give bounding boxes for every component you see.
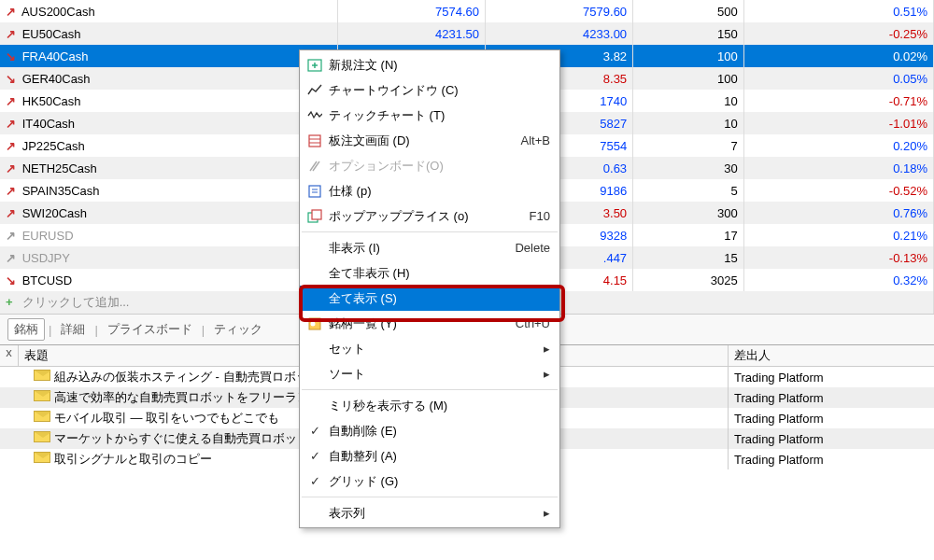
mail-icon (34, 431, 50, 442)
message-from: Trading Platform (729, 389, 934, 407)
message-subject: マーケットからすぐに使える自動売買ロボットと指 (54, 431, 333, 445)
tab-tick[interactable]: ティック (208, 319, 268, 340)
symbol-name: JP225Cash (22, 139, 85, 153)
ctx-item[interactable]: セット▸ (300, 336, 559, 361)
market-row[interactable]: ↗ AUS200Cash7574.607579.605000.51% (0, 0, 934, 22)
message-subject: 取引シグナルと取引のコピー (54, 452, 212, 466)
trend-arrow-icon: ↗ (6, 206, 19, 220)
size-cell: 500 (633, 0, 744, 22)
ctx-item[interactable]: ✓自動整列 (A) (300, 443, 559, 469)
ctx-item[interactable]: 表示列▸ (300, 500, 559, 525)
ctx-item[interactable]: 仕様 (p) (300, 178, 559, 203)
ctx-item[interactable]: 非表示 (I)Delete (300, 235, 559, 260)
neworder-icon (304, 58, 326, 73)
percent-cell: 0.32% (743, 269, 933, 291)
check-icon: ✓ (304, 424, 326, 438)
submenu-arrow-icon: ▸ (544, 342, 550, 356)
ctx-item[interactable]: ✓自動削除 (E) (300, 418, 559, 443)
ctx-item-label: ティックチャート (T) (326, 107, 550, 124)
svg-rect-8 (309, 186, 320, 197)
size-cell: 150 (633, 22, 744, 45)
symbol-name: FRA40Cash (22, 49, 89, 63)
size-cell: 100 (633, 67, 744, 90)
mail-icon (34, 370, 50, 381)
ctx-item-label: 自動整列 (A) (326, 448, 550, 465)
add-symbol-link[interactable]: クリックして追加... (22, 295, 130, 309)
trend-arrow-icon: ↘ (6, 72, 19, 86)
percent-cell: 0.20% (743, 134, 933, 157)
ctx-item[interactable]: ポップアッププライス (o)F10 (300, 203, 559, 229)
mail-icon (34, 390, 50, 401)
chart-icon (304, 83, 326, 98)
tab-details[interactable]: 詳細 (55, 319, 91, 340)
ctx-item[interactable]: 全て表示 (S) (300, 286, 559, 311)
tab-priceboard[interactable]: プライスボード (102, 319, 198, 340)
percent-cell: 0.02% (743, 45, 933, 67)
symbol-name: HK50Cash (22, 94, 81, 108)
size-cell: 30 (633, 157, 744, 179)
symbol-name: AUS200Cash (21, 5, 95, 19)
ctx-item-label: オプションボード(O) (326, 158, 550, 175)
trend-arrow-icon: ↗ (6, 117, 19, 131)
bid-cell: 4231.50 (337, 22, 485, 45)
percent-cell: -0.71% (743, 90, 933, 112)
messages-close[interactable]: x (0, 345, 19, 366)
percent-cell: 0.18% (743, 157, 933, 179)
ctx-item[interactable]: ティックチャート (T) (300, 103, 559, 128)
ctx-item-label: ポップアッププライス (o) (326, 208, 530, 225)
submenu-arrow-icon: ▸ (544, 367, 550, 381)
ctx-item-label: 表示列 (326, 505, 544, 522)
symbol-name: BTCUSD (22, 273, 72, 287)
message-from: Trading Platform (729, 430, 934, 448)
ctx-shortcut: Alt+B (521, 133, 550, 147)
check-icon: ✓ (304, 474, 326, 488)
size-cell: 15 (633, 246, 744, 269)
ctx-item[interactable]: 銘柄一覧 (Y)Ctrl+U (300, 311, 559, 336)
ctx-shortcut: Delete (515, 241, 550, 255)
percent-cell: 0.21% (743, 224, 933, 246)
ctx-shortcut: F10 (530, 209, 550, 223)
percent-cell: -1.01% (743, 112, 933, 134)
svg-point-14 (311, 321, 316, 326)
ctx-item-label: 全て非表示 (H) (326, 265, 550, 282)
list-icon (304, 316, 326, 331)
svg-rect-3 (309, 135, 320, 147)
trend-arrow-icon: ↗ (6, 251, 19, 265)
ctx-item[interactable]: 新規注文 (N) (300, 52, 559, 77)
trend-arrow-icon: ↗ (6, 94, 19, 108)
trend-arrow-icon: ↘ (6, 273, 19, 287)
ctx-item: オプションボード(O) (300, 153, 559, 178)
size-cell: 100 (633, 45, 744, 67)
ctx-item-label: 銘柄一覧 (Y) (326, 315, 516, 332)
ctx-item[interactable]: チャートウインドウ (C) (300, 77, 559, 103)
ctx-item-label: ミリ秒を表示する (M) (326, 398, 550, 414)
tab-symbols[interactable]: 銘柄 (7, 318, 45, 341)
size-cell: 3025 (633, 269, 744, 291)
size-cell: 10 (633, 90, 744, 112)
ctx-item[interactable]: ✓グリッド (G) (300, 469, 559, 494)
context-menu[interactable]: 新規注文 (N)チャートウインドウ (C)ティックチャート (T)板注文画面 (… (299, 49, 560, 528)
message-subject: モバイル取引 — 取引をいつでもどこでも (54, 411, 279, 425)
symbol-name: NETH25Cash (22, 161, 97, 175)
ctx-item[interactable]: ミリ秒を表示する (M) (300, 393, 559, 418)
check-icon: ✓ (304, 449, 326, 463)
symbol-name: GER40Cash (22, 72, 91, 86)
percent-cell: 0.76% (743, 202, 933, 224)
ctx-item[interactable]: 板注文画面 (D)Alt+B (300, 128, 559, 153)
popup-icon (304, 209, 326, 224)
market-row[interactable]: ↗ EU50Cash4231.504233.00150-0.25% (0, 22, 934, 45)
trend-arrow-icon: ↘ (6, 49, 19, 63)
ctx-item-label: 自動削除 (E) (326, 423, 550, 440)
ctx-item[interactable]: ソート▸ (300, 361, 559, 386)
ctx-item-label: グリッド (G) (326, 473, 550, 490)
messages-header-from[interactable]: 差出人 (729, 345, 934, 366)
symbol-name: SWI20Cash (22, 206, 87, 220)
percent-cell: 0.05% (743, 67, 933, 90)
svg-rect-12 (312, 210, 321, 219)
symbol-name: USDJPY (22, 251, 70, 265)
ctx-item[interactable]: 全て非表示 (H) (300, 260, 559, 286)
ctx-item-label: 仕様 (p) (326, 183, 550, 200)
ctx-item-label: 全て表示 (S) (326, 290, 550, 307)
symbol-name: EU50Cash (22, 27, 81, 41)
tick-icon (304, 108, 326, 123)
